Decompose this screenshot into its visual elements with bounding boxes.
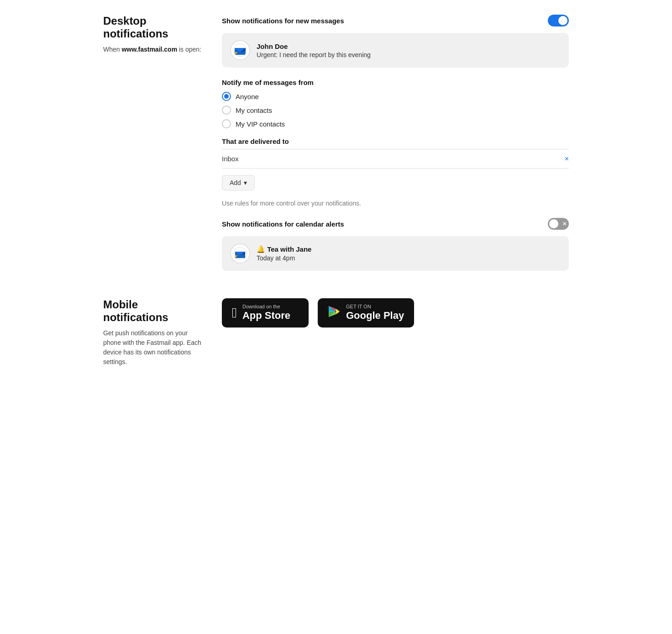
- calendar-alerts-toggle-row: Show notifications for calendar alerts ✕: [222, 218, 569, 230]
- apple-icon: : [232, 306, 237, 320]
- calendar-alerts-toggle[interactable]: ✕: [548, 218, 569, 230]
- calendar-event-time: Today at 4pm: [257, 254, 311, 262]
- notify-from-label: Notify me of messages from: [222, 79, 569, 86]
- desktop-notifications-section: Desktop notifications When www.fastmail.…: [103, 15, 569, 271]
- remove-inbox-button[interactable]: ×: [565, 155, 569, 163]
- google-play-sub: GET IT ON: [346, 304, 404, 310]
- radio-vip-contacts-text: My VIP contacts: [236, 120, 285, 128]
- rules-hint: Use rules for more control over your not…: [222, 200, 569, 207]
- bell-icon: 🔔: [257, 245, 267, 253]
- desc-before: When: [103, 46, 121, 53]
- calendar-alerts-label: Show notifications for calendar alerts: [222, 220, 344, 228]
- desktop-left-col: Desktop notifications When www.fastmail.…: [103, 15, 204, 271]
- desktop-right-col: Show notifications for new messages ✓: [222, 15, 569, 271]
- mobile-notifications-section: Mobile notifications Get push notificati…: [103, 298, 569, 367]
- google-play-icon: [328, 305, 341, 320]
- radio-vip-contacts[interactable]: My VIP contacts: [222, 119, 569, 128]
- app-store-sub: Download on the: [242, 304, 290, 310]
- mobile-desc: Get push notifications on your phone wit…: [103, 328, 204, 367]
- radio-anyone[interactable]: Anyone: [222, 92, 569, 101]
- google-play-text: GET IT ON Google Play: [346, 304, 404, 322]
- mobile-right-col:  Download on the App Store: [222, 298, 569, 367]
- delivered-to-label: That are delivered to: [222, 137, 569, 145]
- calendar-notif-content: 🔔 Tea with Jane Today at 4pm: [257, 245, 311, 262]
- calendar-fastmail-icon: [230, 243, 250, 264]
- radio-vip-contacts-circle: [222, 119, 231, 128]
- google-play-svg: [328, 305, 341, 318]
- desktop-desc: When www.fastmail.com is open:: [103, 45, 204, 54]
- calendar-alerts-toggle-slider: ✕: [548, 218, 569, 230]
- inbox-text: Inbox: [222, 155, 239, 163]
- toggle-check-icon: ✓: [562, 17, 566, 23]
- radio-my-contacts[interactable]: My contacts: [222, 106, 569, 115]
- new-messages-toggle[interactable]: ✓: [548, 15, 569, 26]
- app-store-main: App Store: [242, 310, 290, 322]
- desktop-title: Desktop notifications: [103, 15, 204, 40]
- new-messages-toggle-slider: ✓: [548, 15, 569, 26]
- fastmail-icon: [230, 40, 250, 60]
- mobile-left-col: Mobile notifications Get push notificati…: [103, 298, 204, 367]
- mobile-title: Mobile notifications: [103, 298, 204, 324]
- notif-content: John Doe Urgent: I need the report by th…: [257, 42, 371, 58]
- chevron-down-icon: ▾: [244, 179, 247, 186]
- app-store-text: Download on the App Store: [242, 304, 290, 322]
- new-messages-toggle-row: Show notifications for new messages ✓: [222, 15, 569, 26]
- add-button[interactable]: Add ▾: [222, 175, 255, 190]
- radio-anyone-circle: [222, 92, 231, 101]
- radio-my-contacts-text: My contacts: [236, 106, 272, 114]
- calendar-preview-card: 🔔 Tea with Jane Today at 4pm: [222, 236, 569, 271]
- notif-message: Urgent: I need the report by this evenin…: [257, 51, 371, 58]
- inbox-row: Inbox ×: [222, 149, 569, 169]
- google-play-button[interactable]: GET IT ON Google Play: [318, 298, 414, 328]
- radio-my-contacts-circle: [222, 106, 231, 115]
- calendar-event-title: 🔔 Tea with Jane: [257, 245, 311, 254]
- desc-after: is open:: [177, 46, 201, 53]
- notif-sender: John Doe: [257, 42, 371, 50]
- new-messages-label: Show notifications for new messages: [222, 17, 344, 25]
- toggle-x-icon: ✕: [562, 221, 567, 227]
- add-button-label: Add: [230, 179, 241, 186]
- calendar-fastmail-logo-svg: [233, 247, 247, 260]
- radio-anyone-text: Anyone: [236, 93, 259, 100]
- fastmail-logo-svg: [233, 43, 247, 57]
- google-play-main: Google Play: [346, 310, 404, 322]
- app-store-button[interactable]:  Download on the App Store: [222, 298, 309, 328]
- desc-domain: www.fastmail.com: [121, 46, 177, 53]
- new-message-preview-card: John Doe Urgent: I need the report by th…: [222, 33, 569, 68]
- app-buttons-container:  Download on the App Store: [222, 298, 569, 328]
